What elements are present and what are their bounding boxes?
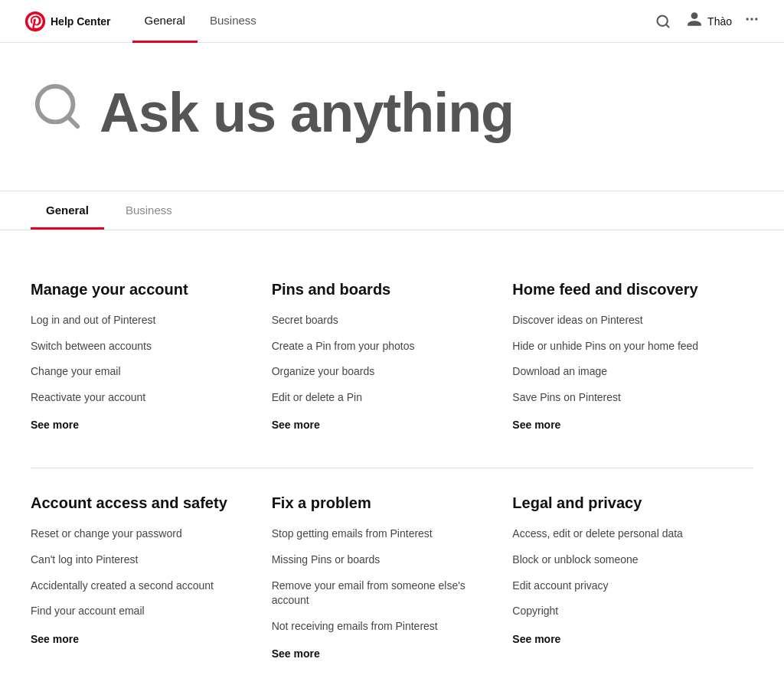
list-item[interactable]: Change your email [31, 364, 247, 380]
site-header: Help Center General Business Thào [0, 0, 784, 43]
section-account-access-links: Reset or change your password Can't log … [31, 527, 247, 618]
logo-text: Help Center [51, 15, 111, 28]
svg-line-7 [68, 117, 78, 127]
section-manage-account-title: Manage your account [31, 279, 247, 299]
svg-point-4 [750, 18, 753, 20]
main-content: Manage your account Log in and out of Pi… [0, 230, 784, 675]
top-nav: General Business [132, 0, 653, 43]
list-item[interactable]: Create a Pin from your photos [272, 339, 488, 354]
pinterest-logo-icon [24, 11, 46, 32]
svg-point-5 [755, 18, 757, 20]
section-home-feed-title: Home feed and discovery [512, 279, 729, 299]
see-more-fix-problem[interactable]: See more [272, 647, 488, 660]
list-item[interactable]: Edit or delete a Pin [272, 390, 488, 406]
list-item[interactable]: Reactivate your account [31, 390, 247, 406]
section-legal-privacy: Legal and privacy Access, edit or delete… [512, 474, 753, 675]
list-item[interactable]: Edit account privacy [512, 579, 729, 594]
nav-business[interactable]: Business [198, 0, 269, 43]
see-more-pins-boards[interactable]: See more [272, 419, 488, 431]
list-item[interactable]: Secret boards [272, 313, 488, 328]
list-item[interactable]: Can't log into Pinterest [31, 553, 247, 568]
list-item[interactable]: Missing Pins or boards [272, 553, 488, 568]
section-fix-problem: Fix a problem Stop getting emails from P… [272, 474, 513, 675]
list-item[interactable]: Block or unblock someone [512, 553, 729, 568]
section-account-access-title: Account access and safety [31, 493, 247, 513]
user-avatar-icon [686, 11, 703, 31]
list-item[interactable]: Not receiving emails from Pinterest [272, 619, 488, 634]
see-more-account-access[interactable]: See more [31, 633, 247, 645]
header-right: Thào [652, 11, 760, 32]
section-pins-boards-links: Secret boards Create a Pin from your pho… [272, 313, 488, 405]
section-home-feed: Home feed and discovery Discover ideas o… [512, 261, 753, 461]
list-item[interactable]: Remove your email from someone else's ac… [272, 579, 488, 608]
svg-line-2 [666, 24, 669, 27]
list-item[interactable]: Hide or unhide Pins on your home feed [512, 339, 729, 354]
hero-section: Ask us anything [0, 43, 784, 191]
section-manage-account: Manage your account Log in and out of Pi… [31, 261, 272, 461]
list-item[interactable]: Accidentally created a second account [31, 579, 247, 594]
section-fix-problem-title: Fix a problem [272, 493, 488, 513]
sections-row-2: Account access and safety Reset or chang… [31, 474, 753, 675]
hero-title: Ask us anything [100, 81, 514, 144]
list-item[interactable]: Reset or change your password [31, 527, 247, 542]
list-item[interactable]: Access, edit or delete personal data [512, 527, 729, 542]
logo-link[interactable]: Help Center [24, 11, 111, 32]
see-more-manage-account[interactable]: See more [31, 419, 247, 431]
list-item[interactable]: Organize your boards [272, 364, 488, 380]
section-home-feed-links: Discover ideas on Pinterest Hide or unhi… [512, 313, 729, 405]
hero-search-icon [31, 80, 84, 145]
tabs-list: General Business [31, 191, 753, 230]
see-more-home-feed[interactable]: See more [512, 419, 729, 431]
section-pins-boards-title: Pins and boards [272, 279, 488, 299]
tab-general[interactable]: General [31, 191, 104, 230]
list-item[interactable]: Stop getting emails from Pinterest [272, 527, 488, 542]
search-icon[interactable] [652, 11, 674, 32]
username: Thào [707, 15, 732, 28]
list-item[interactable]: Find your account email [31, 604, 247, 619]
list-item[interactable]: Download an image [512, 364, 729, 380]
section-account-access: Account access and safety Reset or chang… [31, 474, 272, 675]
row-divider [31, 468, 753, 468]
list-item[interactable]: Discover ideas on Pinterest [512, 313, 729, 328]
section-manage-account-links: Log in and out of Pinterest Switch betwe… [31, 313, 247, 405]
user-menu[interactable]: Thào [686, 11, 732, 31]
list-item[interactable]: Switch between accounts [31, 339, 247, 354]
tabs-section: General Business [0, 191, 784, 230]
list-item[interactable]: Copyright [512, 604, 729, 619]
list-item[interactable]: Save Pins on Pinterest [512, 390, 729, 406]
section-pins-boards: Pins and boards Secret boards Create a P… [272, 261, 513, 461]
list-item[interactable]: Log in and out of Pinterest [31, 313, 247, 328]
sections-row-1: Manage your account Log in and out of Pi… [31, 261, 753, 461]
nav-general[interactable]: General [132, 0, 198, 43]
more-options-icon[interactable] [744, 11, 760, 31]
section-legal-privacy-links: Access, edit or delete personal data Blo… [512, 527, 729, 618]
section-legal-privacy-title: Legal and privacy [512, 493, 729, 513]
tab-business[interactable]: Business [110, 191, 188, 230]
see-more-legal-privacy[interactable]: See more [512, 633, 729, 645]
svg-point-3 [746, 18, 749, 20]
section-fix-problem-links: Stop getting emails from Pinterest Missi… [272, 527, 488, 634]
